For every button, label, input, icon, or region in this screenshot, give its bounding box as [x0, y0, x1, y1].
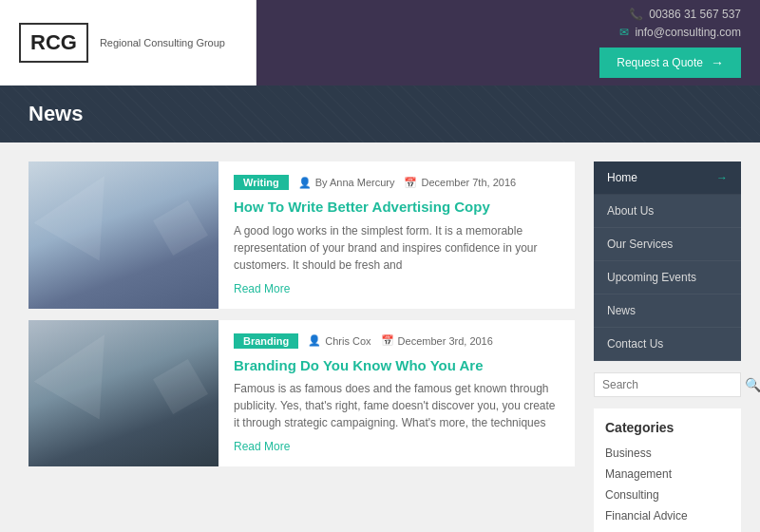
sidebar-item-news[interactable]: News [594, 294, 741, 328]
article-image [28, 320, 218, 467]
author-icon: 👤 [308, 334, 321, 347]
search-input[interactable] [602, 378, 745, 391]
hero-banner: News [0, 86, 760, 142]
article-meta: Writing 👤 By Anna Mercury 📅 December 7th… [234, 175, 560, 190]
sidebar-item-services[interactable]: Our Services [594, 228, 741, 261]
category-item[interactable]: Financial Advice [605, 505, 730, 526]
quote-arrow-icon: → [711, 55, 724, 70]
email-icon: ✉ [619, 26, 629, 39]
email-item: ✉ info@consulting.com [619, 26, 741, 39]
article-title: Branding Do You Know Who You Are [234, 356, 560, 375]
article-body: Branding 👤 Chris Cox 📅 December 3rd, 201… [218, 320, 575, 467]
sidebar-item-about[interactable]: About Us [594, 195, 741, 228]
article-excerpt: Famous is as famous does and the famous … [234, 380, 560, 431]
logo-name: Regional Consulting Group [100, 36, 225, 49]
category-item[interactable]: Business [605, 443, 730, 464]
article-body: Writing 👤 By Anna Mercury 📅 December 7th… [218, 162, 575, 309]
search-button[interactable]: 🔍 [745, 377, 760, 392]
categories-title: Categories [605, 420, 730, 435]
sidebar-item-events[interactable]: Upcoming Events [594, 261, 741, 294]
nav-arrow-icon: → [716, 171, 728, 184]
phone-icon: 📞 [629, 8, 643, 21]
decorative-shape [145, 352, 215, 421]
article-meta: Branding 👤 Chris Cox 📅 December 3rd, 201… [234, 333, 560, 349]
page-title: News [28, 102, 83, 126]
article-date: 📅 December 7th, 2016 [404, 177, 516, 189]
phone-item: 📞 00386 31 567 537 [629, 8, 741, 21]
logo-area: RCG Regional Consulting Group [0, 0, 256, 86]
sidebar-item-home[interactable]: Home → [594, 162, 741, 195]
logo-initials: RCG [30, 30, 77, 54]
category-item[interactable]: Management [605, 464, 730, 484]
logo-box: RCG [19, 23, 88, 63]
article-card: Branding 👤 Chris Cox 📅 December 3rd, 201… [28, 320, 575, 467]
sidebar: Home → About Us Our Services Upcoming Ev… [594, 162, 741, 513]
read-more-link[interactable]: Read More [234, 440, 290, 453]
read-more-link[interactable]: Read More [234, 282, 290, 295]
nav-menu: Home → About Us Our Services Upcoming Ev… [594, 162, 741, 361]
decorative-shape [33, 162, 137, 261]
email-address: info@consulting.com [635, 26, 741, 39]
header: RCG Regional Consulting Group 📞 00386 31… [0, 0, 760, 86]
article-excerpt: A good logo works in the simplest form. … [234, 222, 560, 274]
article-tag: Writing [234, 175, 289, 190]
decorative-shape [33, 320, 137, 420]
main-content: Writing 👤 By Anna Mercury 📅 December 7th… [0, 142, 760, 532]
header-contact: 📞 00386 31 567 537 ✉ info@consulting.com… [256, 0, 760, 86]
sidebar-item-contact[interactable]: Contact Us [594, 328, 741, 361]
quote-button-label: Request a Quote [617, 56, 703, 69]
article-image [28, 162, 218, 309]
category-item[interactable]: Consulting [605, 484, 730, 505]
article-tag: Branding [234, 333, 298, 349]
categories-panel: Categories Business Management Consultin… [594, 408, 741, 532]
article-card: Writing 👤 By Anna Mercury 📅 December 7th… [28, 162, 575, 309]
article-author: 👤 Chris Cox [308, 334, 370, 347]
author-icon: 👤 [298, 177, 312, 189]
article-title: How To Write Better Advertising Copy [234, 198, 560, 217]
calendar-icon: 📅 [381, 334, 394, 347]
calendar-icon: 📅 [404, 177, 417, 189]
decorative-shape [145, 193, 215, 262]
articles-list: Writing 👤 By Anna Mercury 📅 December 7th… [28, 162, 575, 513]
search-box: 🔍 [594, 372, 741, 397]
article-author: 👤 By Anna Mercury [298, 177, 395, 189]
phone-number: 00386 31 567 537 [649, 8, 741, 21]
quote-button[interactable]: Request a Quote → [599, 48, 741, 78]
article-date: 📅 December 3rd, 2016 [381, 334, 493, 347]
